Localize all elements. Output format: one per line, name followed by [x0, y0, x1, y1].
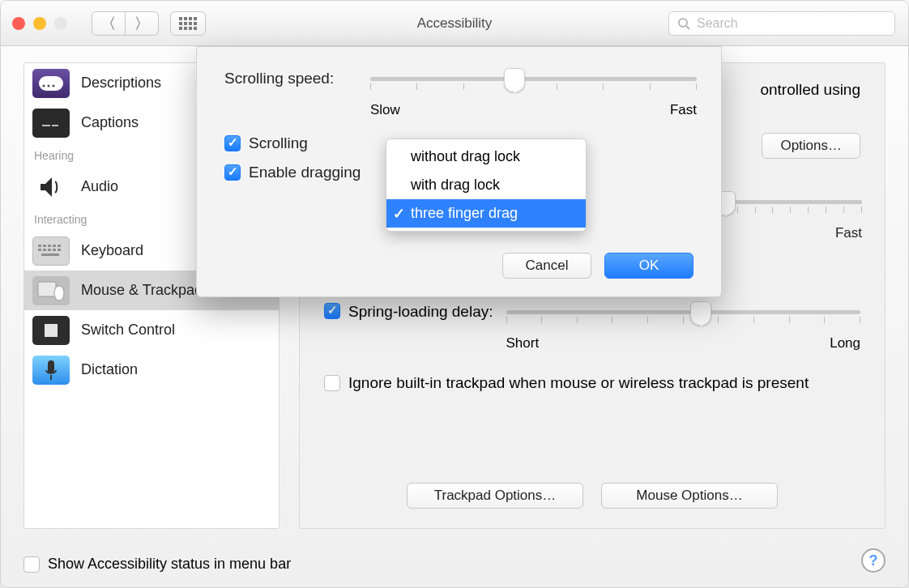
svg-rect-23	[48, 360, 54, 373]
sidebar-item-label: Captions	[81, 114, 139, 131]
slider-label-fast: Fast	[670, 102, 697, 118]
speaker-icon	[32, 173, 70, 202]
svg-rect-13	[58, 245, 61, 247]
spring-loading-slider[interactable]	[506, 303, 860, 335]
svg-point-4	[47, 84, 49, 87]
slider-thumb[interactable]	[504, 68, 525, 92]
svg-rect-15	[43, 249, 46, 251]
svg-rect-17	[53, 249, 56, 251]
svg-rect-6	[39, 117, 63, 129]
mouse-trackpad-icon	[32, 276, 70, 305]
dragging-style-popup[interactable]: without drag lock with drag lock three f…	[386, 138, 587, 232]
popup-option-with-drag-lock[interactable]: with drag lock	[386, 171, 586, 199]
captions-icon	[32, 109, 70, 138]
slider-label-slow: Slow	[370, 102, 400, 118]
scrolling-speed-slider[interactable]	[370, 70, 697, 102]
scrolling-speed-label: Scrolling speed:	[224, 70, 370, 87]
enable-dragging-checkbox[interactable]	[224, 164, 241, 181]
slider-label-short: Short	[506, 335, 540, 352]
svg-point-3	[42, 84, 45, 87]
sidebar-item-label: Audio	[81, 178, 118, 195]
sidebar-item-switch-control[interactable]: Switch Control	[24, 310, 279, 350]
svg-point-21	[54, 286, 64, 300]
scrolling-checkbox[interactable]	[224, 135, 241, 151]
svg-rect-11	[48, 245, 51, 247]
svg-rect-16	[48, 249, 51, 251]
svg-rect-14	[38, 249, 41, 251]
ignore-trackpad-checkbox[interactable]	[324, 375, 340, 391]
cancel-button[interactable]: Cancel	[502, 253, 591, 279]
trackpad-options-button[interactable]: Trackpad Options…	[407, 483, 583, 509]
svg-rect-19	[41, 254, 59, 256]
slider-thumb[interactable]	[690, 301, 711, 326]
window-zoom-icon[interactable]	[54, 17, 67, 30]
svg-line-1	[686, 26, 689, 29]
chevron-right-icon: 〉	[134, 14, 149, 33]
show-all-button[interactable]	[170, 11, 206, 36]
enable-dragging-label: Enable dragging	[249, 164, 361, 181]
spring-loading-label: Spring-loading delay:	[348, 303, 493, 321]
grid-icon	[179, 17, 197, 30]
svg-point-5	[52, 84, 54, 87]
spring-loading-checkbox[interactable]	[324, 303, 340, 319]
accessibility-window: 〈 〉 Accessibility Descriptions	[0, 0, 909, 588]
slider-label-long: Long	[830, 335, 860, 352]
controlled-text-fragment: ontrolled using	[760, 81, 860, 99]
sidebar-item-label: Dictation	[81, 361, 138, 378]
keyboard-icon	[32, 236, 70, 266]
mouse-options-button[interactable]: Mouse Options…	[601, 483, 778, 509]
popup-option-without-drag-lock[interactable]: without drag lock	[386, 143, 586, 171]
svg-rect-10	[43, 245, 46, 247]
svg-rect-8	[52, 125, 58, 126]
search-icon	[677, 17, 690, 30]
scrolling-label: Scrolling	[249, 134, 308, 152]
sidebar-item-label: Switch Control	[81, 322, 175, 339]
svg-rect-7	[42, 125, 50, 126]
switch-control-icon	[32, 316, 70, 345]
chevron-left-icon: 〈	[101, 14, 116, 33]
svg-rect-12	[53, 245, 56, 247]
descriptions-icon	[32, 69, 70, 98]
ignore-trackpad-label: Ignore built-in trackpad when mouse or w…	[348, 373, 809, 394]
sidebar-item-dictation[interactable]: Dictation	[24, 350, 279, 390]
popup-option-three-finger-drag[interactable]: three finger drag	[386, 199, 586, 228]
show-status-checkbox[interactable]	[23, 556, 40, 573]
options-button[interactable]: Options…	[762, 133, 860, 159]
window-minimize-icon[interactable]	[33, 17, 46, 30]
sidebar-item-label: Mouse & Trackpad	[81, 282, 203, 299]
svg-rect-9	[38, 245, 41, 247]
forward-button[interactable]: 〉	[125, 11, 159, 36]
ok-button[interactable]: OK	[604, 253, 693, 279]
svg-rect-18	[58, 249, 61, 251]
search-input[interactable]	[695, 15, 857, 32]
sidebar-item-label: Descriptions	[81, 75, 161, 92]
sidebar-item-label: Keyboard	[81, 242, 143, 259]
svg-rect-2	[39, 76, 63, 91]
microphone-icon	[32, 356, 70, 385]
svg-point-0	[679, 19, 687, 27]
help-button[interactable]: ?	[861, 548, 886, 573]
titlebar: 〈 〉 Accessibility	[1, 1, 908, 46]
svg-rect-20	[38, 282, 56, 296]
show-status-label: Show Accessibility status in menu bar	[48, 556, 291, 573]
search-field[interactable]	[668, 11, 895, 36]
help-icon: ?	[869, 552, 878, 569]
svg-rect-22	[45, 324, 58, 337]
back-button[interactable]: 〈	[92, 11, 126, 36]
window-close-icon[interactable]	[12, 17, 25, 30]
